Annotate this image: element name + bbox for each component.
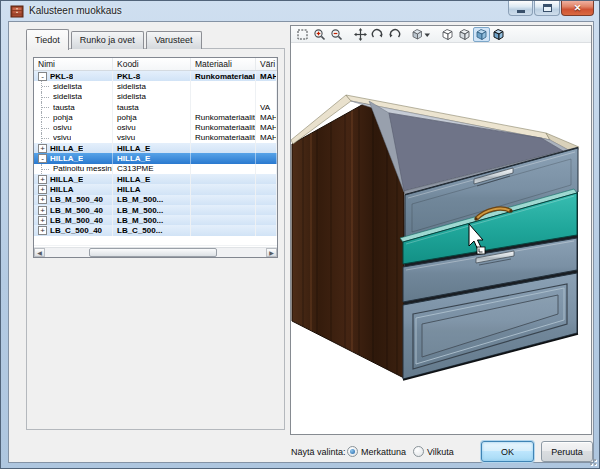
cell-nimi: sidelista: [34, 92, 113, 102]
cell-koodi: vsivu: [113, 133, 191, 143]
table-row[interactable]: vsivuvsivuRunkomateriaalitMAH: [34, 133, 277, 143]
expand-icon[interactable]: +: [38, 226, 47, 235]
expand-icon[interactable]: +: [38, 175, 47, 184]
part-name: tausta: [53, 103, 75, 112]
table-row[interactable]: +HILLA_EHILLA_E: [34, 174, 277, 184]
cell-koodi: HILLA: [113, 184, 191, 194]
column-header[interactable]: Nimi: [34, 58, 113, 70]
cell-materiaali: [191, 143, 256, 153]
cell-nimi: vsivu: [34, 133, 113, 143]
expand-icon[interactable]: +: [38, 144, 47, 153]
expand-icon[interactable]: +: [38, 185, 47, 194]
table-row[interactable]: sidelistasidelista: [34, 92, 277, 102]
table-row[interactable]: +HILLA_EHILLA_E: [34, 143, 277, 153]
show-selection-marked-radio[interactable]: [347, 446, 358, 457]
tree-line-icon: [41, 81, 51, 91]
cell-nimi: osivu: [34, 122, 113, 132]
maximize-button[interactable]: [534, 1, 560, 16]
column-header[interactable]: Väri: [256, 58, 277, 70]
cell-koodi: sidelista: [113, 92, 191, 102]
cell-vari: [256, 184, 277, 194]
horizontal-scrollbar[interactable]: ◀▶: [34, 247, 277, 257]
render-shaded-edges-icon[interactable]: [490, 27, 507, 42]
render-shaded-icon[interactable]: [473, 27, 490, 42]
scrollbar-track[interactable]: [45, 248, 266, 257]
pan-icon[interactable]: [352, 27, 369, 42]
part-name: LB_M_500_40: [50, 216, 103, 225]
parts-table[interactable]: NimiKoodiMateriaaliVäri-PKL-8PKL-8Runkom…: [33, 57, 278, 258]
tree-line-icon: [41, 92, 51, 102]
table-row[interactable]: -HILLA_EHILLA_E: [34, 153, 277, 163]
cell-materiaali: [191, 205, 256, 215]
table-row[interactable]: +HILLAHILLA: [34, 184, 277, 194]
ok-button[interactable]: OK: [481, 441, 534, 462]
cell-materiaali: [191, 164, 256, 174]
cell-vari: [256, 215, 277, 225]
minimize-button[interactable]: [508, 1, 533, 16]
cell-vari: [256, 153, 277, 163]
tree-line-icon: [41, 133, 51, 143]
cancel-button[interactable]: Peruuta: [541, 441, 593, 462]
rotate-right-icon[interactable]: [369, 27, 386, 42]
tab-strip: Tiedot Runko ja ovet Varusteet: [26, 31, 204, 49]
cell-materiaali: [191, 195, 256, 205]
table-row[interactable]: +LB_M_500_40LB_M_500...: [34, 195, 277, 205]
part-name: sidelista: [53, 92, 82, 101]
table-row[interactable]: sidelistasidelista: [34, 81, 277, 91]
cell-nimi: +LB_M_500_40: [34, 215, 113, 225]
tab-tiedot[interactable]: Tiedot: [26, 29, 69, 50]
tab-runko-ja-ovet[interactable]: Runko ja ovet: [71, 31, 144, 49]
cell-koodi: sidelista: [113, 81, 191, 91]
table-row[interactable]: Patinoitu messinki, 96mmC313PME: [34, 164, 277, 174]
cell-vari: MAH: [256, 71, 277, 81]
view-cube-menu-icon[interactable]: [410, 27, 432, 42]
expand-icon[interactable]: +: [38, 195, 47, 204]
scroll-left-icon[interactable]: ◀: [34, 248, 45, 257]
cell-nimi: -HILLA_E: [34, 153, 113, 163]
titlebar[interactable]: Kalusteen muokkaus ✕: [1, 1, 599, 21]
expand-icon[interactable]: +: [38, 216, 47, 225]
scrollbar-thumb[interactable]: [89, 248, 217, 257]
zoom-in-icon[interactable]: [311, 27, 328, 42]
table-row[interactable]: taustataustaVA: [34, 102, 277, 112]
rotate-left-icon[interactable]: [386, 27, 403, 42]
table-row[interactable]: pohjapohjaRunkomateriaalitMAH: [34, 112, 277, 122]
cell-nimi: -PKL-8: [34, 71, 113, 81]
cell-koodi: LB_M_500...: [113, 205, 191, 215]
table-row[interactable]: -PKL-8PKL-8RunkomateriaalitMAH: [34, 71, 277, 81]
close-button[interactable]: ✕: [561, 1, 594, 16]
cell-nimi: +HILLA_E: [34, 174, 113, 184]
expand-icon[interactable]: +: [38, 206, 47, 215]
column-header[interactable]: Koodi: [113, 58, 191, 70]
cell-koodi: tausta: [113, 102, 191, 112]
scroll-right-icon[interactable]: ▶: [266, 248, 277, 257]
collapse-icon[interactable]: -: [38, 154, 47, 163]
resize-grip[interactable]: [588, 457, 596, 465]
table-row[interactable]: +LB_C_500_40LB_C_500...: [34, 225, 277, 235]
cell-koodi: pohja: [113, 112, 191, 122]
collapse-icon[interactable]: -: [38, 72, 47, 81]
show-selection-blink-radio[interactable]: [413, 446, 424, 457]
zoom-out-icon[interactable]: [328, 27, 345, 42]
part-name: LB_C_500_40: [50, 226, 102, 235]
zoom-window-icon[interactable]: [294, 27, 311, 42]
column-header[interactable]: Materiaali: [191, 58, 256, 70]
show-selection-label: Näytä valinta:: [291, 447, 346, 457]
table-header[interactable]: NimiKoodiMateriaaliVäri: [34, 58, 277, 71]
show-selection-blink-label: Vilkuta: [427, 447, 454, 457]
part-name: LB_M_500_40: [50, 206, 103, 215]
table-row[interactable]: +LB_M_500_40LB_M_500...: [34, 205, 277, 215]
cell-koodi: PKL-8: [113, 71, 191, 81]
viewport-3d[interactable]: [291, 43, 591, 434]
table-row[interactable]: +LB_M_500_40LB_M_500...: [34, 215, 277, 225]
cell-materiaali: [191, 81, 256, 91]
render-hidden-line-icon[interactable]: [456, 27, 473, 42]
render-wireframe-icon[interactable]: [439, 27, 456, 42]
cell-vari: [256, 174, 277, 184]
tree-line-icon: [41, 112, 51, 122]
part-name: HILLA: [50, 185, 74, 194]
tab-varusteet[interactable]: Varusteet: [146, 31, 202, 49]
part-name: osivu: [53, 123, 72, 132]
part-name: LB_M_500_40: [50, 195, 103, 204]
table-row[interactable]: osivuosivuRunkomateriaalitMAH: [34, 122, 277, 132]
